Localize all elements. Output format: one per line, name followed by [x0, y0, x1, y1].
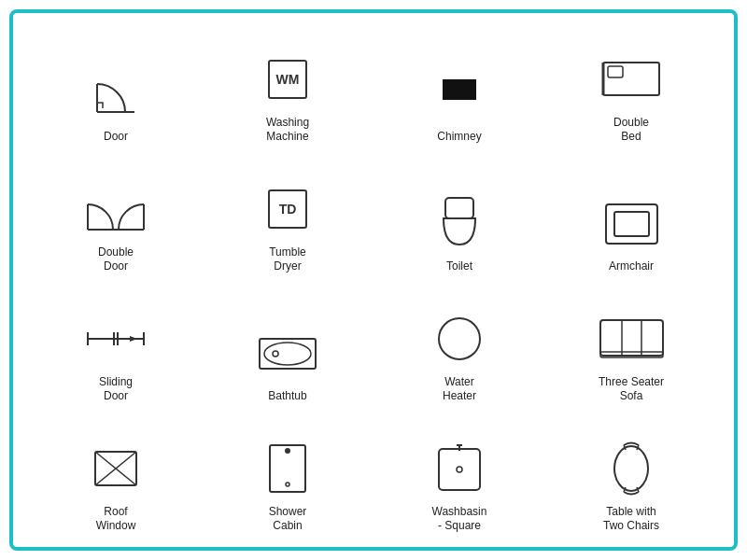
- svg-point-34: [285, 448, 290, 454]
- double-bed-label: DoubleBed: [613, 116, 649, 145]
- roof-window-icon: [88, 436, 144, 501]
- list-item: ShowerCabin: [204, 412, 372, 538]
- svg-text:TD: TD: [279, 202, 297, 217]
- svg-point-25: [439, 318, 480, 359]
- washing-machine-label: WashingMachine: [266, 116, 309, 145]
- roof-window-label: RoofWindow: [96, 505, 136, 534]
- chimney-label: Chimney: [437, 130, 481, 145]
- bathtub-icon: [255, 320, 320, 385]
- list-item: SlidingDoor: [32, 282, 200, 408]
- armchair-label: Armchair: [609, 259, 654, 274]
- door-label: Door: [104, 130, 128, 145]
- svg-rect-26: [600, 320, 663, 356]
- double-door-icon: [83, 176, 148, 242]
- list-item: Toilet: [375, 152, 543, 278]
- washbasin-square-icon: [431, 436, 487, 501]
- toilet-icon: [434, 190, 486, 256]
- main-container: Door WM WashingMachine Chimney: [9, 9, 738, 551]
- svg-rect-13: [445, 198, 473, 218]
- list-item: Bathtub: [204, 282, 372, 408]
- svg-rect-36: [439, 449, 480, 490]
- svg-rect-6: [608, 66, 623, 77]
- washbasin-square-label: Washbasin- Square: [432, 505, 487, 534]
- list-item: Table withTwo Chairs: [547, 412, 715, 538]
- svg-rect-4: [443, 79, 476, 100]
- three-seater-sofa-icon: [597, 306, 667, 371]
- svg-point-24: [273, 351, 278, 357]
- armchair-icon: [601, 190, 662, 256]
- list-item: TD TumbleDryer: [204, 152, 372, 278]
- double-door-label: DoubleDoor: [98, 245, 134, 274]
- svg-point-23: [264, 343, 311, 365]
- svg-point-40: [614, 446, 648, 491]
- svg-rect-22: [260, 339, 316, 369]
- list-item: Chimney: [375, 22, 543, 148]
- table-two-chairs-icon: [603, 436, 659, 501]
- three-seater-sofa-label: Three SeaterSofa: [599, 375, 664, 404]
- list-item: DoubleBed: [547, 22, 715, 148]
- washing-machine-icon: WM: [260, 47, 316, 112]
- list-item: Armchair: [547, 152, 715, 278]
- tumble-dryer-label: TumbleDryer: [269, 245, 306, 274]
- list-item: Washbasin- Square: [375, 412, 543, 538]
- door-icon: [88, 61, 144, 126]
- sliding-door-label: SlidingDoor: [99, 375, 133, 404]
- double-bed-icon: [599, 47, 664, 112]
- table-two-chairs-label: Table withTwo Chairs: [603, 505, 659, 534]
- svg-marker-21: [130, 336, 137, 342]
- toilet-label: Toilet: [446, 259, 472, 274]
- svg-point-35: [286, 483, 289, 486]
- list-item: RoofWindow: [32, 412, 200, 538]
- shower-cabin-label: ShowerCabin: [269, 505, 307, 534]
- list-item: DoubleDoor: [32, 152, 200, 278]
- svg-text:WM: WM: [276, 72, 300, 87]
- svg-rect-15: [614, 212, 649, 236]
- shower-cabin-icon: [262, 436, 314, 501]
- chimney-icon: [431, 61, 487, 126]
- water-heater-label: WaterHeater: [443, 375, 476, 404]
- tumble-dryer-icon: TD: [260, 176, 316, 242]
- list-item: WM WashingMachine: [204, 22, 372, 148]
- list-item: WaterHeater: [375, 282, 543, 408]
- water-heater-icon: [436, 306, 483, 371]
- svg-point-37: [457, 467, 462, 472]
- svg-rect-5: [603, 63, 659, 95]
- symbol-grid: Door WM WashingMachine Chimney: [32, 22, 715, 538]
- list-item: Door: [32, 22, 200, 148]
- sliding-door-icon: [83, 306, 148, 371]
- list-item: Three SeaterSofa: [547, 282, 715, 408]
- bathtub-label: Bathtub: [268, 389, 306, 404]
